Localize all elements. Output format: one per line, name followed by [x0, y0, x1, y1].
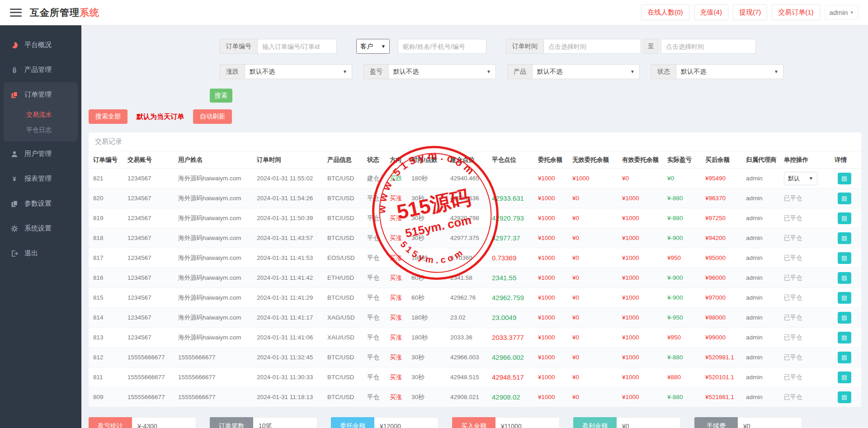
detail-button[interactable]: ▤: [838, 252, 851, 264]
filter-select[interactable]: 默认不选▼: [676, 64, 783, 79]
chevron-down-icon: ▼: [486, 69, 491, 74]
cell-actual-profit: ¥-880: [667, 215, 705, 221]
cell-entrust-balance: ¥1000: [538, 294, 572, 301]
summary-chip: 订单笔数 10笔: [210, 417, 317, 428]
cell-actual-profit: ¥880: [667, 374, 705, 381]
table-row: 811 15555666677 15555666677 2024-01-31 1…: [89, 367, 861, 387]
cell-actual-profit: ¥0: [667, 175, 705, 182]
sidebar-item-gear[interactable]: 系统设置: [0, 216, 81, 241]
control-status-text: 已平仓: [784, 274, 802, 281]
filter-row-2: 涨跌 默认不选▼ 盈亏 默认不选▼ 产品 默认不选▼ 状态 默认不选▼: [220, 64, 861, 79]
filter-select[interactable]: 默认不选▼: [245, 64, 352, 79]
customer-search-input[interactable]: [398, 39, 486, 54]
cell-agent: admin: [746, 235, 784, 241]
detail-button[interactable]: ▤: [838, 292, 851, 304]
cell-invalid-entrust-balance: ¥0: [572, 294, 622, 301]
cell-agent: admin: [746, 215, 784, 221]
summary-chip: 盈利金额 ¥0: [573, 417, 681, 428]
summary-chip: 手续费 ¥0: [694, 417, 802, 428]
cell-account: 1234567: [127, 274, 178, 281]
detail-button[interactable]: ▤: [838, 372, 851, 383]
withdraw-button[interactable]: 提现(7): [733, 5, 767, 20]
summary-chip-value: ¥-4300: [132, 417, 196, 428]
main-content: 订单编号 客户▼ 订单时间 至 涨跌 默认不选▼ 盈亏 默认不选▼ 产品: [81, 25, 868, 428]
column-header: 买后余额: [705, 156, 746, 164]
auto-refresh-button[interactable]: 自动刷新: [193, 109, 232, 124]
order-no-label: 订单编号: [220, 39, 257, 54]
recharge-button[interactable]: 充值(4): [694, 5, 728, 20]
detail-button[interactable]: ▤: [838, 352, 851, 363]
detail-button[interactable]: ▤: [838, 332, 851, 343]
cell-actual-profit: ¥-900: [667, 274, 705, 281]
cell-status: 平仓: [367, 373, 390, 381]
detail-button[interactable]: ▤: [838, 232, 851, 244]
cell-account: 1234567: [127, 195, 178, 202]
cell-open-price: 42933.636: [450, 195, 492, 202]
column-header: 归属代理商: [746, 156, 784, 164]
detail-button[interactable]: ▤: [838, 173, 851, 184]
sidebar-item-yen[interactable]: ¥ 报表管理: [0, 166, 81, 191]
list-icon: ▤: [841, 295, 847, 301]
cell-control: 默认▼: [784, 172, 835, 185]
admin-dropdown[interactable]: admin ▾: [825, 5, 858, 20]
search-all-button[interactable]: 搜索全部: [89, 109, 127, 124]
cell-entrust-balance: ¥1000: [538, 254, 572, 261]
table-row: 809 15555666677 15555666677 2024-01-31 1…: [89, 387, 861, 407]
cell-invalid-entrust-balance: ¥0: [572, 314, 622, 321]
detail-button[interactable]: ▤: [838, 212, 851, 224]
cell-username: 海外源码haiwaiym.com: [178, 194, 257, 202]
cell-account: 1234567: [127, 334, 178, 341]
online-users-button[interactable]: 在线人数(0): [641, 5, 689, 20]
time-to-input[interactable]: [661, 39, 756, 54]
cell-entrust-balance: ¥1000: [538, 274, 572, 281]
cell-agent: admin: [746, 294, 784, 301]
time-from-input[interactable]: [543, 39, 641, 54]
summary-chip-value: ¥0: [738, 417, 802, 428]
sidebar-item-user[interactable]: 用户管理: [0, 141, 81, 166]
filter-select[interactable]: 默认不选▼: [388, 64, 496, 79]
summary-chip-label: 买入金额: [452, 417, 495, 428]
cell-open-price: 0.70369: [450, 254, 492, 261]
cell-duration: 180秒: [411, 334, 450, 342]
control-select[interactable]: 默认▼: [784, 172, 817, 185]
order-no-input[interactable]: [257, 39, 337, 54]
cell-control: 已平仓: [784, 274, 835, 282]
sidebar-item-params[interactable]: 参数设置: [0, 191, 81, 216]
search-button[interactable]: 搜索: [210, 89, 232, 103]
summary-chip-label: 手续费: [694, 417, 738, 428]
menu-toggle-icon[interactable]: [10, 9, 22, 17]
cell-valid-entrust-balance: ¥1000: [622, 374, 667, 381]
detail-button[interactable]: ▤: [838, 193, 851, 204]
sidebar-item-logout[interactable]: 退出: [0, 241, 81, 266]
cell-valid-entrust-balance: ¥1000: [622, 235, 667, 241]
cell-account: 1234567: [127, 215, 178, 221]
cell-close-price: 0.73369: [492, 254, 538, 262]
detail-button[interactable]: ▤: [838, 272, 851, 284]
cell-direction: 买涨: [390, 254, 411, 262]
column-header: 订单时间: [257, 156, 327, 164]
cell-account: 15555666677: [127, 354, 178, 361]
trade-orders-button[interactable]: 交易订单(1): [772, 5, 820, 20]
sidebar-subitem[interactable]: 平仓日志: [4, 122, 78, 138]
sidebar-item-bitcoin[interactable]: B 产品管理: [0, 57, 81, 82]
cell-invalid-entrust-balance: ¥0: [572, 274, 622, 281]
cell-after-balance: ¥520101.1: [705, 374, 746, 381]
sidebar-item-orders[interactable]: 订单管理: [4, 82, 78, 107]
cell-order-id: 817: [93, 254, 127, 261]
filter-select[interactable]: 默认不选▼: [532, 64, 640, 79]
control-status-text: 已平仓: [784, 394, 802, 400]
customer-type-select[interactable]: 客户▼: [356, 39, 390, 54]
cell-order-id: 818: [93, 235, 127, 241]
cell-direction: 买涨: [390, 353, 411, 362]
cell-entrust-balance: ¥1000: [538, 394, 572, 400]
cell-order-id: 811: [93, 374, 127, 381]
cell-close-price: 42933.631: [492, 194, 538, 202]
cell-entrust-balance: ¥1000: [538, 235, 572, 241]
sidebar-subitem[interactable]: 交易流水: [4, 107, 78, 122]
cell-control: 已平仓: [784, 234, 835, 242]
detail-button[interactable]: ▤: [838, 312, 851, 324]
cell-direction: 买跌: [390, 174, 411, 183]
summary-chip-label: 盈亏统计: [89, 417, 132, 428]
sidebar-item-dashboard[interactable]: 平台概况: [0, 33, 81, 57]
detail-button[interactable]: ▤: [838, 391, 851, 403]
